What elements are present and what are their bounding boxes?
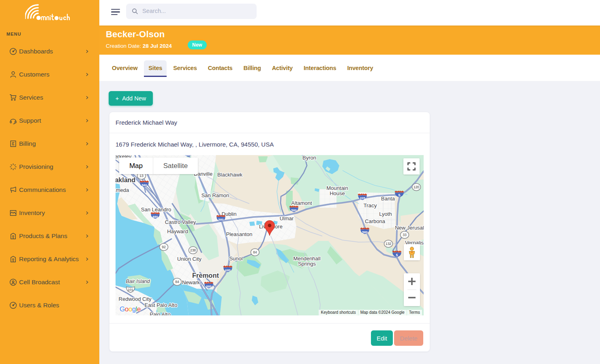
svg-text:Alameda: Alameda bbox=[116, 187, 129, 193]
svg-text:5: 5 bbox=[398, 193, 400, 197]
svg-text:580: 580 bbox=[291, 209, 297, 212]
svg-text:680: 680 bbox=[225, 268, 231, 272]
svg-text:Altamont: Altamont bbox=[291, 200, 312, 206]
svg-text:205: 205 bbox=[360, 196, 365, 200]
svg-text:580: 580 bbox=[362, 230, 368, 234]
svg-text:Bair Island: Bair Island bbox=[126, 279, 150, 284]
svg-text:Redwood City: Redwood City bbox=[119, 296, 152, 302]
svg-text:San Ramon: San Ramon bbox=[201, 192, 229, 198]
svg-text:92: 92 bbox=[162, 245, 166, 249]
svg-text:120: 120 bbox=[414, 185, 419, 189]
svg-text:580: 580 bbox=[218, 218, 224, 221]
svg-text:880: 880 bbox=[152, 215, 158, 219]
svg-text:5: 5 bbox=[396, 253, 398, 257]
svg-text:580: 580 bbox=[141, 183, 147, 187]
svg-text:Blackhawk: Blackhawk bbox=[217, 172, 243, 178]
svg-text:680: 680 bbox=[185, 155, 191, 157]
svg-text:San Leandro: San Leandro bbox=[141, 206, 171, 213]
svg-text:Castro Valley: Castro Valley bbox=[165, 219, 196, 225]
svg-text:84: 84 bbox=[175, 280, 179, 284]
svg-text:Byron: Byron bbox=[302, 155, 316, 161]
svg-text:Lyoth: Lyoth bbox=[379, 211, 392, 217]
svg-text:880: 880 bbox=[206, 285, 212, 288]
svg-text:Ulmar: Ulmar bbox=[280, 215, 294, 221]
svg-text:Sunol: Sunol bbox=[229, 255, 242, 262]
svg-text:East Palo Alto: East Palo Alto bbox=[145, 302, 178, 308]
svg-text:84: 84 bbox=[253, 250, 257, 254]
svg-text:Springs: Springs bbox=[298, 261, 316, 267]
svg-text:238: 238 bbox=[190, 248, 196, 252]
svg-text:Tracy: Tracy bbox=[363, 202, 377, 209]
svg-text:Union City: Union City bbox=[177, 256, 201, 262]
svg-text:Palo Alto: Palo Alto bbox=[150, 311, 170, 315]
svg-text:Pleasanton: Pleasanton bbox=[226, 231, 252, 237]
svg-text:33: 33 bbox=[403, 233, 407, 237]
svg-text:House: House bbox=[330, 190, 345, 196]
svg-text:101: 101 bbox=[128, 288, 133, 292]
svg-text:13: 13 bbox=[139, 174, 144, 178]
svg-text:New Jerusalem: New Jerusalem bbox=[395, 225, 424, 231]
svg-text:Newark: Newark bbox=[182, 279, 200, 285]
svg-text:Banta: Banta bbox=[381, 196, 395, 202]
svg-text:132: 132 bbox=[386, 242, 391, 246]
svg-text:Oakland: Oakland bbox=[116, 177, 135, 183]
svg-text:Fremont: Fremont bbox=[192, 272, 219, 279]
svg-text:Hayward: Hayward bbox=[167, 228, 188, 234]
svg-text:Carbona: Carbona bbox=[365, 218, 386, 224]
